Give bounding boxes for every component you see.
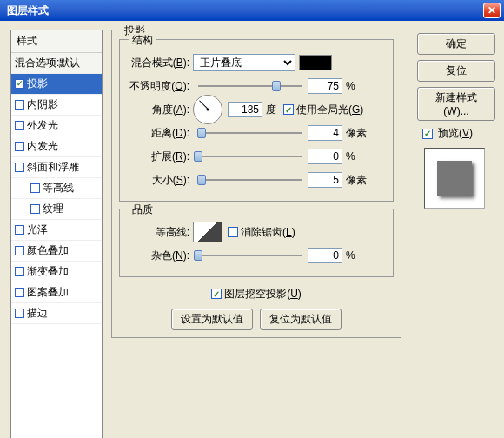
blend-options-row[interactable]: 混合选项:默认 [11,53,102,74]
style-checkbox[interactable] [30,204,40,214]
angle-dial[interactable] [193,95,222,124]
knockout-checkbox[interactable] [211,289,222,299]
global-light-checkbox[interactable] [283,104,294,115]
style-checkbox[interactable] [15,142,24,151]
spread-row: 扩展(R): % [127,147,386,166]
noise-slider[interactable] [198,249,302,262]
distance-input[interactable] [308,125,342,141]
style-checkbox[interactable] [15,309,24,318]
spread-input[interactable] [308,149,342,164]
size-row: 大小(S): 像素 [127,170,386,189]
size-slider[interactable] [198,173,302,187]
cancel-button[interactable]: 复位 [417,60,495,82]
style-label: 外发光 [27,118,58,133]
close-button[interactable]: ✕ [483,3,501,18]
style-row-斜面和浮雕[interactable]: 斜面和浮雕 [11,157,102,178]
opacity-slider[interactable] [198,79,302,93]
style-list: 样式 混合选项:默认 投影内阴影外发光内发光斜面和浮雕等高线纹理光泽颜色叠加渐变… [10,30,103,438]
style-row-纹理[interactable]: 纹理 [11,199,102,220]
style-row-等高线[interactable]: 等高线 [11,178,102,199]
quality-group: 品质 等高线: 消除锯齿(L) 杂色(N): % [119,209,394,277]
style-label: 投影 [27,76,48,91]
style-row-内发光[interactable]: 内发光 [11,136,102,157]
style-checkbox[interactable] [15,225,24,235]
default-buttons: 设置为默认值 复位为默认值 [119,309,394,330]
style-checkbox[interactable] [15,246,24,256]
style-label: 等高线 [43,181,74,196]
style-label: 内发光 [27,139,58,154]
contour-picker[interactable] [193,222,222,242]
window-title: 图层样式 [3,3,483,18]
style-row-外发光[interactable]: 外发光 [11,116,102,136]
style-checkbox[interactable] [15,163,24,172]
main-panel: 投影 结构 混合模式(B): 正片叠底 不透明度(O): % 角度(A): [111,30,401,438]
style-label: 颜色叠加 [27,243,69,258]
structure-legend: 结构 [129,33,156,48]
spread-slider[interactable] [198,149,302,163]
preview-row: 预览(V) [422,126,495,141]
style-row-描边[interactable]: 描边 [11,303,102,324]
opacity-row: 不透明度(O): % [127,76,386,96]
style-row-内阴影[interactable]: 内阴影 [11,95,102,116]
quality-legend: 品质 [129,202,156,217]
color-swatch[interactable] [299,55,332,70]
set-default-button[interactable]: 设置为默认值 [171,309,253,330]
new-style-button[interactable]: 新建样式(W)... [417,87,495,121]
style-checkbox[interactable] [15,288,24,297]
style-row-图案叠加[interactable]: 图案叠加 [11,282,102,303]
style-label: 纹理 [43,202,63,216]
noise-input[interactable] [308,248,342,263]
style-label: 光泽 [27,222,48,237]
style-row-光泽[interactable]: 光泽 [11,220,102,241]
distance-slider[interactable] [198,126,302,140]
style-checkbox[interactable] [30,183,40,193]
style-label: 图案叠加 [27,285,69,300]
noise-row: 杂色(N): % [127,246,386,265]
style-row-颜色叠加[interactable]: 颜色叠加 [11,241,102,262]
blend-mode-row: 混合模式(B): 正片叠底 [127,53,386,72]
style-checkbox[interactable] [15,121,24,130]
preview-checkbox[interactable] [422,129,433,139]
style-label: 描边 [27,306,48,321]
style-checkbox[interactable] [15,267,24,276]
distance-row: 距离(D): 像素 [127,123,386,143]
opacity-input[interactable] [308,78,342,94]
style-label: 斜面和浮雕 [27,160,79,175]
titlebar: 图层样式 ✕ [0,0,504,21]
ok-button[interactable]: 确定 [417,33,495,55]
style-checkbox[interactable] [15,100,24,110]
size-input[interactable] [308,172,342,188]
blend-mode-select[interactable]: 正片叠底 [193,54,295,71]
style-checkbox[interactable] [15,79,24,89]
right-panel: 确定 复位 新建样式(W)... 预览(V) [417,33,495,209]
style-row-渐变叠加[interactable]: 渐变叠加 [11,262,102,282]
style-list-header: 样式 [11,30,102,53]
preview-swatch [437,161,472,196]
angle-input[interactable] [228,102,262,117]
antialias-checkbox[interactable] [228,227,238,237]
style-row-投影[interactable]: 投影 [11,74,102,95]
contour-row: 等高线: 消除锯齿(L) [127,222,386,242]
style-label: 渐变叠加 [27,264,69,279]
structure-group: 结构 混合模式(B): 正片叠底 不透明度(O): % 角度(A): 度 [119,39,394,202]
knockout-row: 图层挖空投影(U) [119,284,394,303]
content: 样式 混合选项:默认 投影内阴影外发光内发光斜面和浮雕等高线纹理光泽颜色叠加渐变… [0,21,504,438]
angle-row: 角度(A): 度 使用全局光(G) [127,100,386,119]
style-label: 内阴影 [27,97,58,112]
preview-box [424,148,485,209]
reset-default-button[interactable]: 复位为默认值 [260,309,342,330]
drop-shadow-group: 投影 结构 混合模式(B): 正片叠底 不透明度(O): % 角度(A): [111,30,401,338]
